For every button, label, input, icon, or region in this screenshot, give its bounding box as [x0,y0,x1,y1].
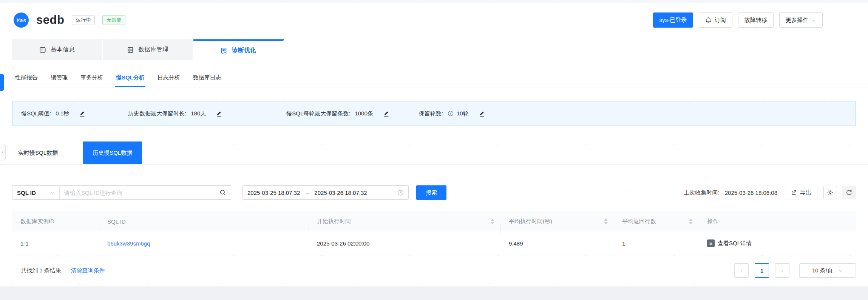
table-footer: 共找到 1 条结果 清除查询条件 ‹ 1 › 10 条/页 [12,255,856,286]
tab-realtime-slow-sql[interactable]: 实时慢SQL数据 [8,141,68,164]
subscribe-label: 订阅 [715,17,726,24]
edit-pencil-icon[interactable] [383,110,389,117]
sort-toggle-icon[interactable] [604,219,608,224]
header-actions: sys-已登录 订阅 故障转移 更多操作 [653,12,823,28]
search-icon[interactable] [219,189,226,196]
edit-pencil-icon[interactable] [79,110,85,117]
col-actions: 操作 [699,218,856,225]
subtab-log-analysis[interactable]: 日志分析 [157,70,181,87]
cell-instance-id: 1-1 [12,240,99,247]
more-actions-button[interactable]: 更多操作 [779,12,823,28]
edit-pencil-icon[interactable] [479,110,485,117]
setting-threshold-value: 0.1秒 [56,110,69,117]
tab-diagnosis-optimization[interactable]: 诊断优化 [193,39,284,60]
prev-page-button[interactable]: ‹ [734,263,749,278]
subtab-slow-sql-analysis[interactable]: 慢SQL分析 [115,70,145,87]
refresh-button[interactable] [842,186,856,199]
setting-max-rows-label: 慢SQL每轮最大保留条数: [286,110,350,117]
setting-max-rows-per-round: 慢SQL每轮最大保留条数: 1000条 [286,110,389,117]
toolbar-right: 上次收集时间: 2025-03-26 18:06:08 导出 [684,186,856,199]
search-field-value: SQL ID [17,190,36,196]
date-start-value: 2025-03-25 18:07:32 [247,190,300,196]
clock-icon [397,190,404,196]
sort-toggle-icon[interactable] [491,219,494,224]
sort-toggle-icon[interactable] [689,219,693,224]
date-range-picker[interactable]: 2025-03-25 18:07:32 → 2025-03-26 18:07:3… [242,185,409,200]
view-sql-detail-button[interactable]: 查看SQL详情 [707,239,752,247]
slow-sql-settings-bar: 慢SQL阈值: 0.1秒 历史数据最大保留时长: 180天 慢SQL每轮最大保留… [12,101,856,126]
table-row: 1-1 b6uk3w39sm6gq 2025-03-26 02:00:00 9.… [12,232,856,255]
login-status-button[interactable]: sys-已登录 [653,12,693,28]
export-button[interactable]: 导出 [785,186,817,199]
page-size-value: 10 条/页 [812,267,833,274]
chevron-down-icon [50,190,55,195]
date-end-value: 2025-03-26 18:07:32 [314,190,367,196]
sub-tab-bar: 性能报告 锁管理 事务分析 慢SQL分析 日志分析 数据库日志 [0,60,868,87]
main-tab-bar: 基本信息 数据库管理 诊断优化 [12,39,284,60]
sql-id-link[interactable]: b6uk3w39sm6gq [107,240,150,247]
last-collect-label: 上次收集时间: [684,189,720,196]
setting-threshold: 慢SQL阈值: 0.1秒 [21,110,85,117]
col-sql-id: SQL ID [99,218,309,225]
chevron-down-icon [811,18,816,23]
page-title: sedb [36,13,64,27]
table-header-row: 数据库实例ID SQL ID 开始执行时间 平均执行时间(秒) 平均返回行数 操… [12,211,856,232]
info-icon[interactable] [448,110,454,117]
tab-basic-info[interactable]: 基本信息 [12,39,103,60]
next-page-button[interactable]: › [775,263,789,278]
subscribe-button[interactable]: 订阅 [699,12,732,28]
alarm-badge: 无告警 [102,15,125,25]
page-size-select[interactable]: 10 条/页 [799,263,856,278]
tab-basic-info-label: 基本信息 [51,46,75,54]
col-avg-return-rows-label: 平均返回行数 [622,218,656,225]
app-header: Yas sedb 运行中 无告警 sys-已登录 订阅 故障转移 更多操作 [0,11,868,29]
col-sql-id-label: SQL ID [107,218,126,225]
subtab-database-log[interactable]: 数据库日志 [192,70,222,87]
failover-button[interactable]: 故障转移 [738,12,774,28]
left-edge-indicator [0,74,4,91]
col-instance-id: 数据库实例ID [12,218,99,225]
tab-database-management-label: 数据库管理 [138,46,168,54]
gear-icon [827,189,834,196]
settings-gear-button[interactable] [823,186,837,199]
basic-info-icon [39,47,46,53]
setting-retention-rounds: 保留轮数: 10轮 [419,110,485,117]
setting-retention-rounds-value: 10轮 [457,110,469,117]
result-count: 共找到 1 条结果 [21,267,61,274]
last-collect-time: 2025-03-26 18:06:08 [725,190,777,196]
edit-pencil-icon[interactable] [216,110,222,117]
view-sql-detail-label: 查看SQL详情 [718,240,752,247]
search-button[interactable]: 搜索 [416,185,446,200]
page-number-1[interactable]: 1 [755,263,769,278]
cell-avg-exec-time: 9.489 [500,240,614,247]
setting-history-retention-value: 180天 [191,110,206,117]
setting-history-retention-label: 历史数据最大保留时长: [128,110,186,117]
bell-icon [705,17,712,23]
subtab-performance-report[interactable]: 性能报告 [14,70,39,87]
cell-avg-return-rows: 1 [614,240,699,247]
sql-id-search-input[interactable] [64,190,219,196]
clear-query-link[interactable]: 清除查询条件 [71,267,105,274]
tab-database-management[interactable]: 数据库管理 [103,39,193,60]
chevron-down-icon [838,268,843,273]
sql-id-search-group: SQL ID [12,185,231,200]
subtab-transaction-analysis[interactable]: 事务分析 [80,70,104,87]
subtab-lock-management[interactable]: 锁管理 [50,70,68,87]
col-actions-label: 操作 [707,218,718,225]
col-start-time-label: 开始执行时间 [317,218,351,225]
cell-sql-id: b6uk3w39sm6gq [99,240,309,247]
sql-detail-list-icon [707,239,715,247]
data-source-tab-bar: 实时慢SQL数据 历史慢SQL数据 [0,141,868,165]
cell-start-time: 2025-03-26 02:00:00 [309,240,500,247]
tab-history-slow-sql[interactable]: 历史慢SQL数据 [83,141,142,164]
setting-history-retention: 历史数据最大保留时长: 180天 [128,110,222,117]
export-label: 导出 [800,189,811,196]
slow-sql-table: 数据库实例ID SQL ID 开始执行时间 平均执行时间(秒) 平均返回行数 操… [12,211,856,255]
logo-text: Yas [16,17,26,23]
top-strip [0,0,868,3]
arrow-right-icon: → [304,190,310,196]
col-avg-exec-time: 平均执行时间(秒) [500,218,614,225]
sql-id-input-wrap [60,186,231,199]
search-field-select[interactable]: SQL ID [12,186,60,199]
refresh-icon [846,189,853,196]
